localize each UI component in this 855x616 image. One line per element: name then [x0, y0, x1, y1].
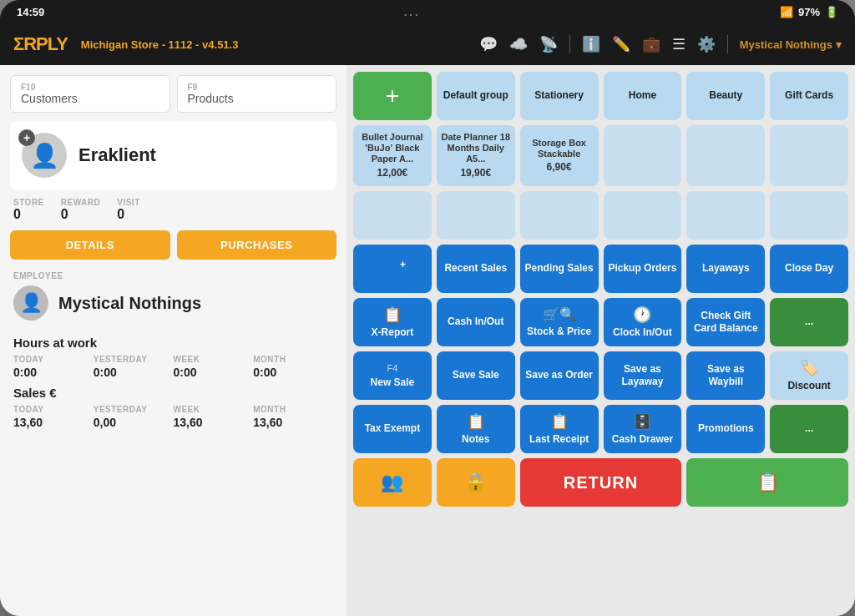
product-date-planner[interactable]: Date Planner 18 Months Daily A5... 19,90…: [437, 125, 515, 186]
add-customer-pos-icon: 👤+: [379, 258, 406, 280]
promotions-label: Promotions: [698, 422, 754, 436]
stationery-button[interactable]: Stationery: [520, 72, 599, 120]
empty-product-6: [770, 125, 848, 186]
pending-sales-label: Pending Sales: [525, 262, 594, 275]
actions-row: 👤+ Recent Sales Pending Sales Pickup Ord…: [353, 245, 848, 293]
default-group-button[interactable]: Default group: [437, 72, 515, 120]
more-button-1[interactable]: ...: [770, 298, 848, 346]
last-receipt-label: Last Receipt: [529, 433, 589, 447]
discount-button[interactable]: 🏷️ Discount: [770, 351, 848, 400]
products-search-box[interactable]: F9 Products: [177, 75, 337, 113]
home-button[interactable]: Home: [604, 72, 682, 120]
notes-label: Notes: [462, 433, 489, 447]
promotions-button[interactable]: Promotions: [686, 405, 765, 453]
pickup-orders-button[interactable]: Pickup Orders: [604, 245, 682, 293]
product-bullet-journal[interactable]: Bullet Journal 'BuJo' Black Paper A... 1…: [353, 125, 432, 186]
hours-section: Hours at work TODAY 0:00 YESTERDAY 0:00 …: [10, 332, 336, 439]
details-button[interactable]: DETAILS: [10, 230, 170, 260]
user-label[interactable]: Mystical Nothings ▾: [740, 38, 842, 51]
signal-icon[interactable]: 📡: [539, 35, 558, 53]
cash-in-out-label: Cash In/Out: [448, 316, 503, 329]
cash-drawer-button[interactable]: 🗄️ Cash Drawer: [604, 405, 682, 453]
empty-6: [770, 191, 848, 240]
empty-product-5: [686, 125, 765, 186]
divider: [569, 35, 570, 53]
sales-week-label: WEEK: [174, 405, 254, 414]
customer-name: Eraklient: [78, 144, 156, 166]
receipt-bottom-button[interactable]: 📋: [686, 458, 848, 507]
beauty-button[interactable]: Beauty: [686, 72, 765, 120]
add-customer-pos-button[interactable]: 👤+: [353, 245, 432, 293]
receipt-bottom-icon: 📋: [756, 472, 779, 493]
gift-cards-button[interactable]: Gift Cards: [770, 72, 848, 120]
lock-button[interactable]: 🔒: [437, 458, 515, 507]
stat-visit-value: 0: [117, 207, 140, 222]
products-label: Products: [188, 92, 326, 105]
stat-store-value: 0: [13, 207, 44, 222]
add-customer-icon[interactable]: +: [18, 129, 35, 146]
status-dots: ...: [404, 6, 421, 18]
menu-icon[interactable]: ☰: [672, 35, 686, 53]
sales-yesterday: YESTERDAY 0,00: [94, 405, 174, 429]
store-info: Michigan Store - 1112 - v4.51.3: [81, 38, 239, 51]
save-sale-button[interactable]: Save Sale: [437, 351, 515, 400]
x-report-button[interactable]: 📋 X-Report: [353, 298, 432, 346]
tablet-frame: 14:59 ... 📶 97% 🔋 ΣRPLY Michigan Store -…: [0, 0, 855, 616]
customers-label: Customers: [21, 92, 159, 105]
lock-icon: 🔒: [464, 472, 487, 493]
chat-icon[interactable]: 💬: [479, 35, 498, 53]
settings-icon[interactable]: ⚙️: [697, 35, 716, 53]
x-report-icon: 📋: [383, 305, 402, 325]
empty-2: [437, 191, 515, 240]
return-button[interactable]: RETURN: [520, 458, 682, 507]
product-3-name: Storage Box Stackable: [524, 138, 595, 159]
pending-sales-button[interactable]: Pending Sales: [520, 245, 599, 293]
save-sale-label: Save Sale: [453, 369, 499, 382]
employee-section: EMPLOYEE 👤 Mystical Nothings: [10, 268, 336, 324]
save-as-order-button[interactable]: Save as Order: [520, 351, 599, 400]
purchases-button[interactable]: PURCHASES: [177, 230, 337, 260]
sales-row: TODAY 13,60 YESTERDAY 0,00 WEEK 13,60 MO…: [13, 405, 333, 429]
product-storage-box[interactable]: Storage Box Stackable 6,90€: [520, 125, 599, 186]
customers-search-box[interactable]: F10 Customers: [10, 75, 170, 113]
product-3-price: 6,90€: [547, 161, 572, 174]
add-product-button[interactable]: +: [353, 72, 432, 120]
more-button-2[interactable]: ...: [770, 405, 848, 453]
close-day-label: Close Day: [785, 262, 833, 275]
customers-hint: F10: [21, 83, 159, 92]
hours-week-value: 0:00: [174, 366, 254, 379]
check-gift-card-label: Check Gift Card Balance: [690, 310, 761, 336]
row5: Tax Exempt 📋 Notes 📋 Last Receipt 🗄️ Cas…: [353, 405, 848, 453]
tax-exempt-label: Tax Exempt: [365, 422, 420, 436]
edit-icon[interactable]: ✏️: [612, 35, 630, 53]
employee-name: Mystical Nothings: [58, 294, 201, 313]
stationery-label: Stationery: [534, 89, 584, 103]
home-label: Home: [629, 89, 656, 103]
hours-week: WEEK 0:00: [174, 355, 254, 379]
customer-section: + 👤 Eraklient: [10, 121, 336, 189]
x-report-label: X-Report: [372, 326, 414, 340]
recent-sales-button[interactable]: Recent Sales: [437, 245, 515, 293]
notes-button[interactable]: 📋 Notes: [437, 405, 515, 453]
gift-cards-label: Gift Cards: [785, 89, 833, 103]
customers-bottom-button[interactable]: 👥: [353, 458, 432, 507]
layaways-button[interactable]: Layaways: [686, 245, 765, 293]
cash-in-out-button[interactable]: Cash In/Out: [437, 298, 515, 346]
stat-reward: REWARD 0: [61, 198, 100, 222]
stock-price-button[interactable]: 🛒🔍 Stock & Price: [520, 298, 599, 346]
sales-today-value: 13,60: [13, 416, 94, 429]
close-day-button[interactable]: Close Day: [770, 245, 848, 293]
new-sale-button[interactable]: F4 New Sale: [353, 351, 432, 400]
check-gift-card-button[interactable]: Check Gift Card Balance: [686, 298, 765, 346]
tax-exempt-button[interactable]: Tax Exempt: [353, 405, 432, 453]
stat-store-label: STORE: [13, 198, 44, 207]
last-receipt-button[interactable]: 📋 Last Receipt: [520, 405, 599, 453]
clock-in-out-button[interactable]: 🕐 Clock In/Out: [604, 298, 682, 346]
info-icon[interactable]: ℹ️: [582, 35, 600, 53]
empty-4: [604, 191, 682, 240]
briefcase-icon[interactable]: 💼: [642, 35, 660, 53]
hours-today: TODAY 0:00: [13, 355, 94, 379]
cloud-icon[interactable]: ☁️: [509, 35, 528, 53]
save-as-waybill-button[interactable]: Save as Waybill: [686, 351, 765, 400]
save-as-layaway-button[interactable]: Save as Layaway: [604, 351, 682, 400]
